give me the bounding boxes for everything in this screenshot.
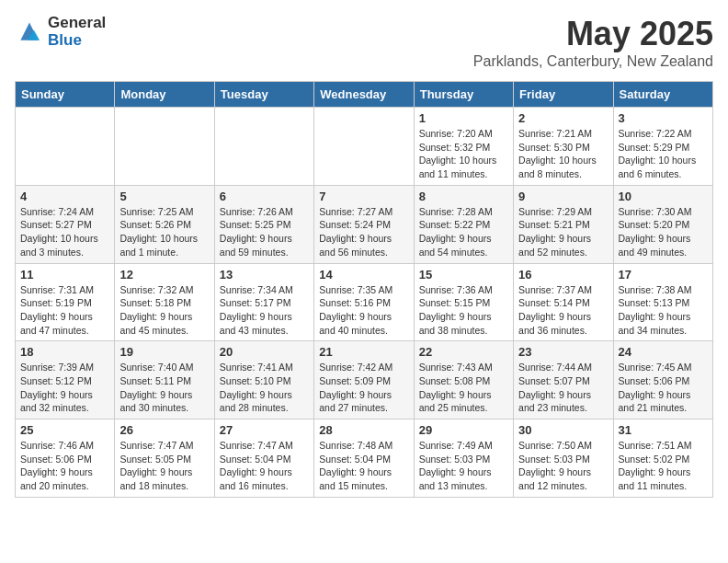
calendar-cell: 20Sunrise: 7:41 AM Sunset: 5:10 PM Dayli… [214,341,313,419]
day-number: 21 [319,345,408,359]
calendar-cell: 8Sunrise: 7:28 AM Sunset: 5:22 PM Daylig… [414,185,513,263]
calendar-cell: 21Sunrise: 7:42 AM Sunset: 5:09 PM Dayli… [314,341,414,419]
day-number: 15 [419,268,508,282]
day-number: 30 [518,423,608,437]
calendar-cell: 18Sunrise: 7:39 AM Sunset: 5:12 PM Dayli… [16,341,115,419]
day-number: 5 [119,190,209,203]
day-number: 31 [619,423,708,437]
day-number: 16 [518,268,608,282]
col-header-sunday: Sunday [16,82,115,108]
main-title: May 2025 [473,15,713,53]
day-info: Sunrise: 7:34 AM Sunset: 5:17 PM Dayligh… [220,283,309,338]
calendar-cell: 25Sunrise: 7:46 AM Sunset: 5:06 PM Dayli… [16,419,115,498]
calendar-cell: 29Sunrise: 7:49 AM Sunset: 5:03 PM Dayli… [414,419,513,498]
day-info: Sunrise: 7:36 AM Sunset: 5:15 PM Dayligh… [419,283,508,338]
day-number: 13 [220,268,309,282]
day-number: 9 [518,190,608,203]
day-info: Sunrise: 7:46 AM Sunset: 5:06 PM Dayligh… [20,439,109,493]
calendar-cell [214,108,313,186]
day-info: Sunrise: 7:30 AM Sunset: 5:20 PM Dayligh… [619,205,708,259]
day-info: Sunrise: 7:47 AM Sunset: 5:04 PM Dayligh… [220,439,309,493]
calendar-row-2: 11Sunrise: 7:31 AM Sunset: 5:19 PM Dayli… [16,263,713,341]
day-number: 25 [20,423,109,437]
day-number: 14 [319,268,408,282]
day-info: Sunrise: 7:40 AM Sunset: 5:11 PM Dayligh… [119,361,209,415]
day-info: Sunrise: 7:41 AM Sunset: 5:10 PM Dayligh… [220,361,309,415]
day-info: Sunrise: 7:29 AM Sunset: 5:21 PM Dayligh… [518,205,608,259]
calendar-cell: 28Sunrise: 7:48 AM Sunset: 5:04 PM Dayli… [314,419,414,498]
day-number: 4 [20,190,109,203]
day-info: Sunrise: 7:32 AM Sunset: 5:18 PM Dayligh… [119,283,209,338]
col-header-saturday: Saturday [613,82,712,108]
day-info: Sunrise: 7:31 AM Sunset: 5:19 PM Dayligh… [20,283,109,338]
day-number: 18 [20,345,109,359]
calendar-cell: 3Sunrise: 7:22 AM Sunset: 5:29 PM Daylig… [613,108,712,186]
logo: General Blue [15,15,106,49]
day-number: 7 [319,190,408,203]
logo-icon [15,19,44,45]
day-info: Sunrise: 7:20 AM Sunset: 5:32 PM Dayligh… [419,127,508,181]
calendar-cell: 4Sunrise: 7:24 AM Sunset: 5:27 PM Daylig… [16,185,115,263]
day-info: Sunrise: 7:24 AM Sunset: 5:27 PM Dayligh… [20,205,109,259]
day-number: 28 [319,423,408,437]
calendar-cell: 17Sunrise: 7:38 AM Sunset: 5:13 PM Dayli… [613,263,712,341]
day-number: 17 [619,268,708,282]
calendar-cell: 30Sunrise: 7:50 AM Sunset: 5:03 PM Dayli… [514,419,613,498]
day-number: 10 [619,190,708,203]
calendar-cell [16,108,115,186]
calendar-cell: 7Sunrise: 7:27 AM Sunset: 5:24 PM Daylig… [314,185,414,263]
calendar-cell: 24Sunrise: 7:45 AM Sunset: 5:06 PM Dayli… [613,341,712,419]
header: General Blue May 2025 Parklands, Canterb… [15,15,713,70]
calendar-cell: 13Sunrise: 7:34 AM Sunset: 5:17 PM Dayli… [214,263,313,341]
logo-general: General [48,15,106,32]
calendar-cell: 27Sunrise: 7:47 AM Sunset: 5:04 PM Dayli… [214,419,313,498]
day-info: Sunrise: 7:45 AM Sunset: 5:06 PM Dayligh… [619,361,708,415]
day-number: 2 [518,111,608,125]
col-header-tuesday: Tuesday [214,82,313,108]
day-number: 27 [220,423,309,437]
day-number: 22 [419,345,508,359]
day-info: Sunrise: 7:42 AM Sunset: 5:09 PM Dayligh… [319,361,408,415]
day-number: 29 [419,423,508,437]
day-info: Sunrise: 7:27 AM Sunset: 5:24 PM Dayligh… [319,205,408,259]
logo-blue: Blue [48,32,106,50]
day-number: 8 [419,190,508,203]
day-info: Sunrise: 7:26 AM Sunset: 5:25 PM Dayligh… [220,205,309,259]
day-number: 6 [220,190,309,203]
title-section: May 2025 Parklands, Canterbury, New Zeal… [473,15,713,70]
day-info: Sunrise: 7:44 AM Sunset: 5:07 PM Dayligh… [518,361,608,415]
day-info: Sunrise: 7:39 AM Sunset: 5:12 PM Dayligh… [20,361,109,415]
day-number: 20 [220,345,309,359]
day-number: 24 [619,345,708,359]
col-header-wednesday: Wednesday [314,82,414,108]
day-info: Sunrise: 7:35 AM Sunset: 5:16 PM Dayligh… [319,283,408,338]
day-number: 11 [20,268,109,282]
day-info: Sunrise: 7:50 AM Sunset: 5:03 PM Dayligh… [518,439,608,493]
day-number: 3 [619,111,708,125]
day-info: Sunrise: 7:47 AM Sunset: 5:05 PM Dayligh… [119,439,209,493]
calendar-cell: 10Sunrise: 7:30 AM Sunset: 5:20 PM Dayli… [613,185,712,263]
calendar-header-row: SundayMondayTuesdayWednesdayThursdayFrid… [16,82,713,108]
day-info: Sunrise: 7:25 AM Sunset: 5:26 PM Dayligh… [119,205,209,259]
calendar-row-1: 4Sunrise: 7:24 AM Sunset: 5:27 PM Daylig… [16,185,713,263]
day-info: Sunrise: 7:21 AM Sunset: 5:30 PM Dayligh… [518,127,608,181]
calendar-cell: 31Sunrise: 7:51 AM Sunset: 5:02 PM Dayli… [613,419,712,498]
logo-text: General Blue [48,15,106,49]
calendar-row-3: 18Sunrise: 7:39 AM Sunset: 5:12 PM Dayli… [16,341,713,419]
calendar-cell: 26Sunrise: 7:47 AM Sunset: 5:05 PM Dayli… [115,419,214,498]
calendar-cell: 2Sunrise: 7:21 AM Sunset: 5:30 PM Daylig… [514,108,613,186]
calendar-cell [314,108,414,186]
day-number: 26 [119,423,209,437]
calendar-cell: 15Sunrise: 7:36 AM Sunset: 5:15 PM Dayli… [414,263,513,341]
col-header-thursday: Thursday [414,82,513,108]
col-header-friday: Friday [514,82,613,108]
day-number: 19 [119,345,209,359]
day-info: Sunrise: 7:49 AM Sunset: 5:03 PM Dayligh… [419,439,508,493]
col-header-monday: Monday [115,82,214,108]
calendar-cell: 9Sunrise: 7:29 AM Sunset: 5:21 PM Daylig… [514,185,613,263]
day-number: 12 [119,268,209,282]
calendar: SundayMondayTuesdayWednesdayThursdayFrid… [15,81,713,498]
day-info: Sunrise: 7:38 AM Sunset: 5:13 PM Dayligh… [619,283,708,338]
calendar-cell: 1Sunrise: 7:20 AM Sunset: 5:32 PM Daylig… [414,108,513,186]
day-info: Sunrise: 7:37 AM Sunset: 5:14 PM Dayligh… [518,283,608,338]
